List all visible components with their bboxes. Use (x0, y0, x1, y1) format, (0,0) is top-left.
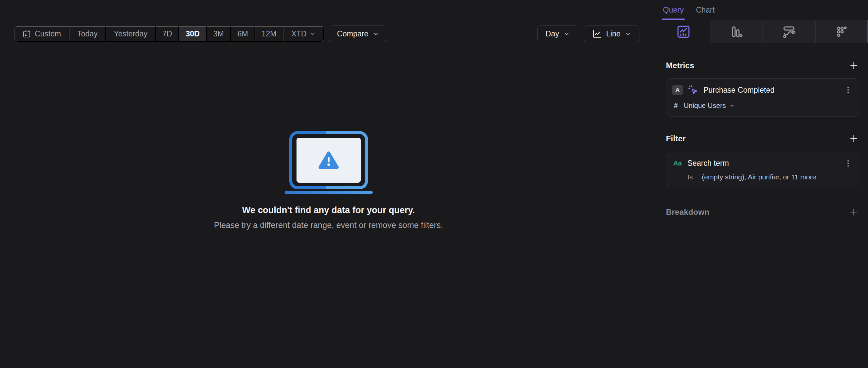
metrics-section-header: Metrics (666, 60, 859, 71)
interval-dropdown[interactable]: Day (537, 26, 578, 42)
metrics-heading: Metrics (666, 61, 694, 70)
sidebar-tabs: Query Chart (657, 0, 868, 20)
range-today-button[interactable]: Today (69, 26, 106, 42)
chevron-down-icon (729, 103, 735, 108)
filter-condition-row: Is (empty string), Air purifier, or 11 m… (672, 173, 853, 181)
query-builder-sidebar: Query Chart (657, 0, 868, 368)
chevron-down-icon (563, 31, 570, 37)
empty-state-title: We couldn't find any data for your query… (242, 205, 415, 215)
plus-icon (849, 207, 858, 217)
insights-chart-icon (676, 25, 691, 39)
plus-icon (849, 61, 858, 70)
metric-aggregation-row: # Unique Users (672, 102, 853, 109)
laptop-illustration (285, 131, 373, 194)
range-label: Custom (35, 29, 61, 38)
query-builder-content: Metrics A Purchase Completed (657, 60, 868, 218)
filter-heading: Filter (666, 134, 686, 143)
breakdown-section-header: Breakdown (666, 206, 859, 218)
main-chart-area: Custom Today Yesterday 7D 30D 3M 6M 12M … (0, 0, 657, 368)
tab-insights[interactable] (657, 20, 710, 43)
plus-icon (849, 134, 858, 143)
tab-query[interactable]: Query (663, 0, 684, 20)
range-6m-button[interactable]: 6M (231, 26, 255, 42)
laptop-body (289, 131, 368, 189)
filter-values-button[interactable]: (empty string), Air purifier, or 11 more (702, 173, 816, 181)
range-30d-button-selected[interactable]: 30D (179, 26, 207, 42)
count-symbol: # (674, 102, 678, 109)
chevron-down-icon (373, 31, 379, 37)
metric-card: A Purchase Completed # Unique Users (666, 78, 859, 116)
date-range-toolbar: Custom Today Yesterday 7D 30D 3M 6M 12M … (14, 26, 387, 42)
laptop-base (285, 191, 373, 194)
tab-funnels[interactable] (710, 20, 763, 43)
aggregation-dropdown[interactable]: Unique Users (684, 102, 735, 109)
add-metric-button[interactable] (848, 60, 859, 71)
chevron-down-icon (625, 31, 631, 37)
add-filter-button[interactable] (848, 133, 859, 144)
chevron-down-icon (309, 31, 316, 37)
filter-property-button[interactable]: Search term (687, 159, 838, 168)
breakdown-heading: Breakdown (666, 207, 709, 217)
active-tab-underline (662, 19, 685, 20)
filter-section-header: Filter (666, 133, 859, 144)
tab-chart[interactable]: Chart (696, 0, 715, 20)
range-xtd-dropdown[interactable]: XTD (283, 26, 324, 42)
report-type-tabs (657, 20, 868, 43)
add-breakdown-button[interactable] (848, 206, 859, 218)
range-12m-button[interactable]: 12M (255, 26, 284, 42)
filter-card: Aa Search term Is (empty string), Air pu… (666, 153, 859, 187)
range-yesterday-button[interactable]: Yesterday (106, 26, 156, 42)
warning-triangle-icon (318, 150, 340, 170)
tab-flows[interactable] (762, 20, 815, 43)
event-name-button[interactable]: Purchase Completed (703, 86, 838, 95)
event-cursor-icon (687, 85, 699, 96)
empty-state-subtitle: Please try a different date range, event… (214, 221, 443, 230)
metric-row: A Purchase Completed (672, 85, 853, 96)
calendar-icon (22, 29, 31, 38)
retention-dots-icon (835, 25, 849, 39)
string-property-type-icon: Aa (672, 160, 683, 167)
filter-options-kebab-icon[interactable] (843, 159, 853, 168)
tab-retention[interactable] (815, 20, 868, 43)
empty-state: We couldn't find any data for your query… (0, 131, 657, 230)
range-7d-button[interactable]: 7D (156, 26, 179, 42)
metric-options-kebab-icon[interactable] (843, 86, 853, 94)
filter-row: Aa Search term (672, 159, 853, 168)
date-range-segmented-control: Custom Today Yesterday 7D 30D 3M 6M 12M … (14, 26, 324, 42)
funnel-bars-icon (729, 25, 743, 39)
line-chart-icon (592, 29, 602, 39)
range-3m-button[interactable]: 3M (207, 26, 231, 42)
custom-range-button[interactable]: Custom (14, 26, 69, 42)
laptop-screen (297, 138, 361, 183)
chart-type-dropdown[interactable]: Line (584, 26, 640, 42)
flow-icon (781, 25, 796, 39)
compare-button[interactable]: Compare (329, 26, 387, 42)
metric-letter-badge: A (672, 85, 683, 95)
filter-operator-dropdown[interactable]: Is (687, 173, 693, 181)
chart-controls: Day Line (537, 26, 640, 42)
